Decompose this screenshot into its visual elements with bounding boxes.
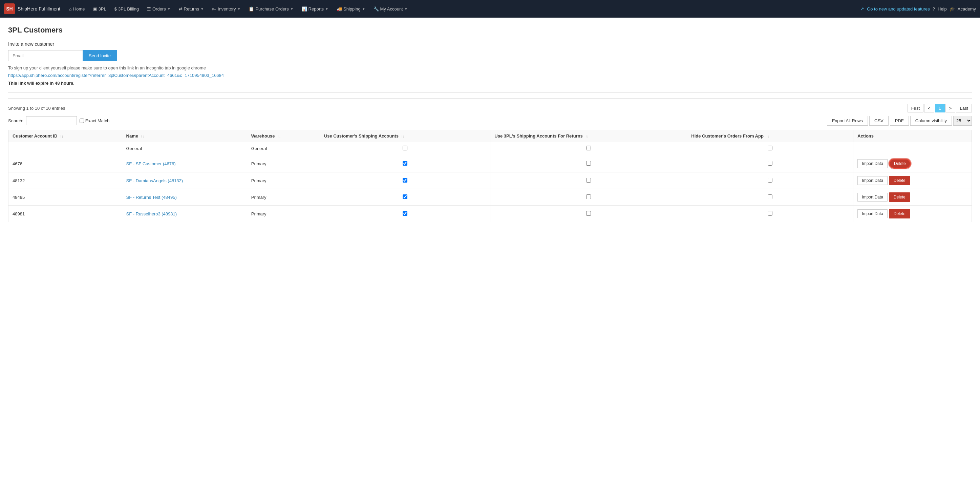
first-page-button[interactable]: First bbox=[908, 104, 923, 112]
divider-1 bbox=[8, 92, 972, 93]
cell-use-3pl-returns[interactable] bbox=[490, 155, 687, 172]
col-use-3pl-returns[interactable]: Use 3PL's Shipping Accounts For Returns … bbox=[490, 130, 687, 142]
export-all-rows-button[interactable]: Export All Rows bbox=[827, 116, 868, 126]
column-visibility-button[interactable]: Column visibility bbox=[910, 116, 952, 126]
exact-match-label[interactable]: Exact Match bbox=[80, 118, 110, 123]
last-page-button[interactable]: Last bbox=[956, 104, 972, 112]
next-page-button[interactable]: > bbox=[945, 104, 956, 112]
returns-arrow-icon: ▼ bbox=[200, 7, 204, 11]
nav-reports[interactable]: 📊 Reports ▼ bbox=[298, 5, 332, 14]
customer-name-link[interactable]: SF - Russelhero3 (48981) bbox=[126, 211, 177, 217]
cell-name[interactable]: SF - Russelhero3 (48981) bbox=[122, 206, 247, 222]
invite-label: Invite a new customer bbox=[8, 41, 972, 47]
cell-use-3pl-returns[interactable] bbox=[490, 172, 687, 189]
delete-button[interactable]: Delete bbox=[889, 176, 910, 185]
cell-use-3pl-returns[interactable] bbox=[490, 189, 687, 206]
hide-orders-checkbox[interactable] bbox=[768, 146, 772, 150]
import-data-button[interactable]: Import Data bbox=[858, 159, 888, 168]
cell-actions: Import DataDelete bbox=[853, 189, 972, 206]
email-input[interactable] bbox=[8, 50, 83, 61]
import-data-button[interactable]: Import Data bbox=[858, 209, 888, 218]
cell-use-shipping[interactable] bbox=[320, 155, 490, 172]
nav-shipping[interactable]: 🚚 Shipping ▼ bbox=[333, 5, 369, 14]
search-input[interactable] bbox=[26, 116, 77, 125]
cell-name[interactable]: SF - SF Customer (4676) bbox=[122, 155, 247, 172]
use-shipping-checkbox[interactable] bbox=[402, 211, 407, 216]
pagination: First < 1 > Last bbox=[908, 104, 972, 112]
use-3pl-returns-checkbox[interactable] bbox=[586, 161, 591, 166]
cell-hide-orders[interactable] bbox=[687, 189, 853, 206]
nav-returns[interactable]: ⇄ Returns ▼ bbox=[175, 5, 207, 14]
table-row: 48132SF - DamiansAngels (48132)PrimaryIm… bbox=[8, 172, 972, 189]
cell-use-shipping[interactable] bbox=[320, 142, 490, 155]
logo-icon: SH bbox=[4, 3, 15, 14]
cell-name[interactable]: SF - DamiansAngels (48132) bbox=[122, 172, 247, 189]
table-row: GeneralGeneral bbox=[8, 142, 972, 155]
use-shipping-checkbox[interactable] bbox=[402, 161, 407, 166]
delete-button[interactable]: Delete bbox=[889, 158, 911, 169]
logo[interactable]: SH ShipHero Fulfillment bbox=[4, 3, 60, 14]
nav-right: ↗ Go to new and updated features ? Help … bbox=[860, 6, 976, 11]
help-label[interactable]: Help bbox=[938, 6, 947, 11]
use-shipping-checkbox[interactable] bbox=[402, 146, 407, 150]
delete-button[interactable]: Delete bbox=[889, 209, 910, 218]
use-shipping-checkbox[interactable] bbox=[402, 178, 407, 183]
use-3pl-returns-checkbox[interactable] bbox=[586, 146, 591, 150]
hide-orders-checkbox[interactable] bbox=[768, 178, 772, 183]
cell-hide-orders[interactable] bbox=[687, 206, 853, 222]
cell-hide-orders[interactable] bbox=[687, 172, 853, 189]
account-icon: 🔧 bbox=[374, 6, 379, 11]
app-name: ShipHero Fulfillment bbox=[18, 6, 60, 11]
current-page-button[interactable]: 1 bbox=[935, 104, 945, 112]
nav-inventory[interactable]: 🏷 Inventory ▼ bbox=[208, 5, 244, 14]
cell-use-3pl-returns[interactable] bbox=[490, 142, 687, 155]
hide-orders-checkbox[interactable] bbox=[768, 194, 772, 199]
cell-hide-orders[interactable] bbox=[687, 155, 853, 172]
customer-name-link[interactable]: SF - SF Customer (4676) bbox=[126, 161, 176, 166]
cell-use-shipping[interactable] bbox=[320, 206, 490, 222]
col-name[interactable]: Name ↑↓ bbox=[122, 130, 247, 142]
cell-name[interactable]: SF - Returns Test (48495) bbox=[122, 189, 247, 206]
customer-name-link[interactable]: SF - Returns Test (48495) bbox=[126, 195, 177, 200]
hide-orders-checkbox[interactable] bbox=[768, 161, 772, 166]
home-icon: ⌂ bbox=[69, 6, 72, 11]
import-data-button[interactable]: Import Data bbox=[858, 176, 888, 185]
inventory-arrow-icon: ▼ bbox=[237, 7, 241, 11]
col-warehouse[interactable]: Warehouse ↑↓ bbox=[247, 130, 320, 142]
help-icon: ? bbox=[932, 6, 935, 11]
use-shipping-checkbox[interactable] bbox=[402, 194, 407, 199]
per-page-select[interactable]: 25 50 100 bbox=[953, 116, 972, 126]
delete-button[interactable]: Delete bbox=[889, 192, 910, 202]
shipping-arrow-icon: ▼ bbox=[362, 7, 365, 11]
import-data-button[interactable]: Import Data bbox=[858, 193, 888, 201]
cell-use-shipping[interactable] bbox=[320, 189, 490, 206]
academy-label[interactable]: Academy bbox=[958, 6, 976, 11]
nav-3pl[interactable]: ▣ 3PL bbox=[90, 5, 110, 14]
cell-hide-orders[interactable] bbox=[687, 142, 853, 155]
csv-button[interactable]: CSV bbox=[869, 116, 889, 126]
cell-use-3pl-returns[interactable] bbox=[490, 206, 687, 222]
send-invite-button[interactable]: Send Invite bbox=[83, 50, 117, 61]
nav-orders[interactable]: ☰ Orders ▼ bbox=[143, 5, 174, 14]
hide-orders-checkbox[interactable] bbox=[768, 211, 772, 216]
page-title: 3PL Customers bbox=[8, 26, 972, 35]
use-3pl-returns-checkbox[interactable] bbox=[586, 194, 591, 199]
col-customer-account-id[interactable]: Customer Account ID ↑↓ bbox=[8, 130, 122, 142]
col-hide-orders[interactable]: Hide Customer's Orders From App ↑↓ bbox=[687, 130, 853, 142]
cell-use-shipping[interactable] bbox=[320, 172, 490, 189]
nav-home[interactable]: ⌂ Home bbox=[66, 5, 88, 14]
nav-3pl-billing[interactable]: $ 3PL Billing bbox=[111, 5, 142, 14]
customer-name-link[interactable]: SF - DamiansAngels (48132) bbox=[126, 178, 183, 183]
use-3pl-returns-checkbox[interactable] bbox=[586, 211, 591, 216]
update-features-link[interactable]: Go to new and updated features bbox=[867, 6, 930, 11]
col-use-shipping[interactable]: Use Customer's Shipping Accounts ↑↓ bbox=[320, 130, 490, 142]
table-row: 48495SF - Returns Test (48495)PrimaryImp… bbox=[8, 189, 972, 206]
pdf-button[interactable]: PDF bbox=[890, 116, 909, 126]
use-3pl-returns-checkbox[interactable] bbox=[586, 178, 591, 183]
main-content: 3PL Customers Invite a new customer Send… bbox=[0, 18, 980, 483]
nav-my-account[interactable]: 🔧 My Account ▼ bbox=[370, 5, 411, 14]
invite-link[interactable]: https://app.shiphero.com/account/registe… bbox=[8, 73, 224, 78]
nav-purchase-orders[interactable]: 📋 Purchase Orders ▼ bbox=[245, 5, 297, 14]
exact-match-checkbox[interactable] bbox=[80, 118, 84, 123]
prev-page-button[interactable]: < bbox=[924, 104, 934, 112]
